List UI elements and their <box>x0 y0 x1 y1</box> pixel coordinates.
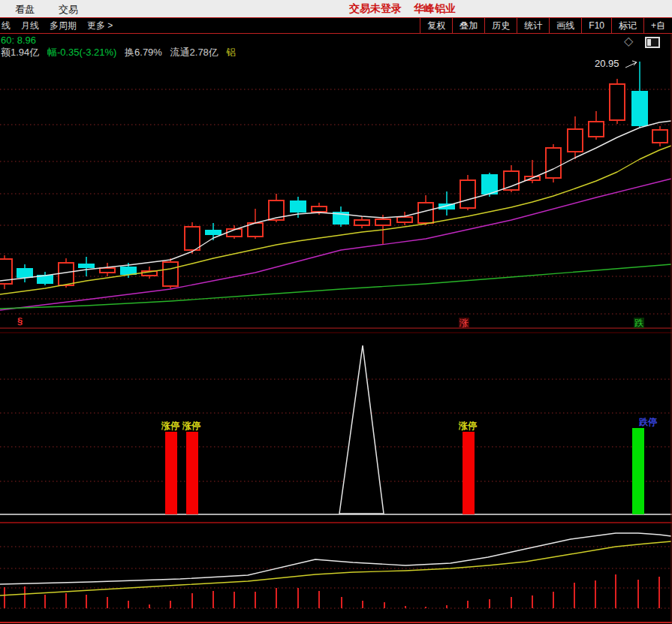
fast-white <box>0 533 671 584</box>
candle-body <box>163 262 178 286</box>
period-item-3[interactable]: 更多 > <box>82 20 118 32</box>
signal-bar <box>632 428 644 514</box>
period-item-2[interactable]: 多周期 <box>44 20 82 32</box>
toolbar-button-4[interactable]: 画线 <box>549 18 581 33</box>
candle-body <box>291 201 306 212</box>
quote-readout: 额1.94亿 幅-0.35(-3.21%) 换6.79% 流通2.78亿 铝 <box>1 46 241 59</box>
ma60-readout: 60: 8.96 <box>1 35 36 46</box>
ma-magenta <box>0 179 671 310</box>
candle-body <box>610 84 625 120</box>
menu-trade[interactable]: 交易 <box>59 3 78 17</box>
candle-body <box>375 219 390 225</box>
rise-tag: 涨 <box>459 318 469 328</box>
candle-body <box>121 267 136 274</box>
candle-body <box>504 171 519 190</box>
candle-body <box>354 220 369 225</box>
high-price-label: 20.95 <box>595 59 619 69</box>
section-symbol: § <box>17 316 23 327</box>
candle-body <box>185 227 200 250</box>
annotation-arrow <box>625 62 637 68</box>
app-window: 看盘 交易 交易未登录华峰铝业 线月线多周期更多 > 复权叠加历史统计画线F10… <box>0 0 672 624</box>
signal-label-1: 涨停 <box>182 421 200 431</box>
stock-name: 华峰铝业 <box>414 2 456 14</box>
candle-body <box>100 268 115 273</box>
candle-body <box>568 129 583 152</box>
change-value: 幅-0.35(-3.21%) <box>47 47 116 58</box>
signal-bar <box>165 432 177 514</box>
signal-label-0: 涨停 <box>161 421 179 431</box>
spike-triangle <box>339 345 384 514</box>
toolbar-button-7[interactable]: +自 <box>643 18 672 33</box>
trade-login-status: 交易未登录 <box>349 2 402 14</box>
toolbar-buttons: 复权叠加历史统计画线F10标记+自 <box>420 18 672 33</box>
candle-body <box>632 92 647 125</box>
sector-tag: 铝 <box>226 47 236 58</box>
toolbar-button-3[interactable]: 统计 <box>517 18 549 33</box>
candle-body <box>206 231 221 234</box>
signal-bar <box>186 432 198 514</box>
candle-body <box>460 180 475 208</box>
window-split-icon[interactable] <box>645 37 660 48</box>
candle-body <box>17 269 32 277</box>
diamond-icon[interactable]: ◇ <box>624 34 633 48</box>
candle-body <box>397 217 412 222</box>
float-cap-value: 流通2.78亿 <box>170 47 218 58</box>
window-split-icon-fill <box>647 39 651 46</box>
candle-body <box>59 263 74 285</box>
candlestick-chart-canvas[interactable] <box>0 0 672 624</box>
candle-body <box>418 203 433 223</box>
period-items: 线月线多周期更多 > <box>0 18 118 33</box>
candle-body <box>546 148 561 178</box>
candle-body <box>652 130 667 143</box>
toolbar-button-1[interactable]: 叠加 <box>452 18 484 33</box>
candle-body <box>312 206 327 212</box>
slow-yellow <box>0 541 671 595</box>
toolbar-button-2[interactable]: 历史 <box>484 18 517 33</box>
signal-label-2: 涨停 <box>459 421 477 431</box>
period-item-1[interactable]: 月线 <box>16 20 44 32</box>
toolbar-button-5[interactable]: F10 <box>581 18 611 33</box>
fall-tag: 跌 <box>634 318 644 328</box>
toolbar-button-6[interactable]: 标记 <box>611 18 643 33</box>
top-menubar: 看盘 交易 交易未登录华峰铝业 <box>0 0 672 17</box>
candle-body <box>79 264 94 267</box>
menu-watch[interactable]: 看盘 <box>15 3 35 17</box>
candle-body <box>439 204 454 209</box>
turnover-value: 额1.94亿 <box>1 47 39 58</box>
candle-body <box>482 175 497 194</box>
status-area: 交易未登录华峰铝业 <box>349 2 468 16</box>
toolbar-button-0[interactable]: 复权 <box>420 18 452 33</box>
candle-body <box>589 122 604 137</box>
period-item-0[interactable]: 线 <box>0 20 16 32</box>
signal-bar <box>463 432 475 514</box>
exchange-rate-value: 换6.79% <box>125 47 162 58</box>
signal-label-3: 跌停 <box>639 417 657 427</box>
period-toolbar: 线月线多周期更多 > 复权叠加历史统计画线F10标记+自 <box>0 17 672 34</box>
